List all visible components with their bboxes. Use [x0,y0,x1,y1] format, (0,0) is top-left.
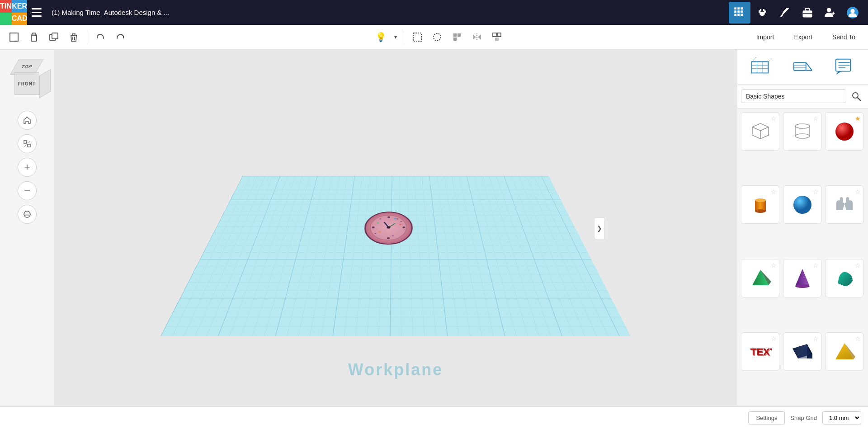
star-teal[interactable]: ☆ [855,262,861,269]
star-orange-cylinder[interactable]: ☆ [771,188,777,195]
toolbar: 💡 ▾ Import Export Send To [0,25,868,50]
viewport[interactable]: Workplane ❯ [54,50,737,406]
svg-line-70 [806,62,811,70]
shape-item-prism[interactable]: ☆ [783,332,821,371]
settings-button[interactable]: Settings [748,411,785,424]
svg-line-38 [24,141,30,147]
shape-item-hands[interactable]: ☆ [825,185,863,224]
shape-item-teal[interactable]: ☆ [825,259,863,297]
import-button[interactable]: Import [748,30,783,44]
briefcase-icon[interactable] [797,2,818,24]
svg-rect-21 [10,33,18,41]
plus-icon: + [24,162,30,172]
shape-item-green-pyramid[interactable]: ☆ [741,259,779,297]
pickaxe-icon[interactable] [774,2,796,24]
cube-top-label: TOP [20,64,34,69]
top-right-icons [729,2,868,24]
light-button[interactable]: 💡 [371,28,390,47]
svg-rect-0 [734,7,736,9]
align-button[interactable] [448,28,467,47]
export-button[interactable]: Export [786,30,820,44]
svg-point-89 [755,209,766,213]
svg-point-27 [434,33,441,41]
svg-text:TEXT: TEXT [751,347,772,358]
main-area: TOP FRONT + − [0,50,868,406]
new-shape-button[interactable] [5,28,24,47]
svg-rect-35 [495,38,499,41]
cube-side-face[interactable] [39,69,51,98]
star-blue-sphere[interactable]: ☆ [813,188,819,195]
bottom-bar: Settings Snap Grid 0.1 mm 0.5 mm 1.0 mm … [0,406,868,429]
svg-rect-67 [793,62,806,70]
grid-sidebar-button[interactable] [746,53,778,80]
svg-marker-32 [478,34,481,40]
home-nav-button[interactable] [18,111,37,130]
panel-toggle-button[interactable]: ❯ [594,217,605,239]
fit-nav-button[interactable] [18,134,37,153]
mirror-button[interactable] [467,28,486,47]
svg-point-51 [374,232,376,234]
svg-rect-28 [453,33,457,37]
svg-point-47 [402,226,405,228]
star-sphere[interactable]: ★ [855,115,861,122]
note-sidebar-button[interactable] [828,53,860,80]
star-box[interactable]: ☆ [771,115,777,122]
clock-object[interactable] [363,211,414,244]
app-logo[interactable]: TIN KER CAD [0,0,25,25]
zoom-out-button[interactable]: − [18,181,37,200]
shape-item-purple-cone[interactable]: ☆ [783,259,821,297]
star-cylinder[interactable]: ☆ [813,115,819,122]
star-green-pyramid[interactable]: ☆ [771,262,777,269]
delete-button[interactable] [64,28,83,47]
svg-point-45 [387,237,390,239]
workplane [160,175,631,336]
shape-item-box[interactable]: ☆ [741,112,779,151]
cube-front-face[interactable]: FRONT [14,72,39,95]
view-cube[interactable]: TOP FRONT [7,59,47,99]
send-to-button[interactable]: Send To [824,30,863,44]
svg-point-55 [399,223,401,225]
group-button[interactable] [487,28,506,47]
svg-rect-2 [741,7,743,9]
grid-view-icon[interactable] [729,2,750,24]
paw-icon[interactable] [751,2,773,24]
svg-point-13 [763,9,765,11]
shapes-search-button[interactable] [848,88,864,104]
redo-button[interactable] [111,28,130,47]
shape-item-text[interactable]: ☆ TEXT TEXT [741,332,779,371]
paste-button[interactable] [24,28,43,47]
svg-line-80 [760,127,769,131]
ortho-nav-button[interactable] [18,205,37,224]
shape-item-sphere[interactable]: ★ [825,112,863,151]
zoom-in-button[interactable]: + [18,158,37,177]
svg-rect-33 [493,33,496,37]
shapes-dropdown[interactable]: Basic Shapes Letters Connectors Symbols … [741,90,846,103]
star-purple-cone[interactable]: ☆ [813,262,819,269]
ruler-sidebar-button[interactable] [787,53,819,80]
svg-point-50 [400,221,402,222]
shape-item-cylinder[interactable]: ☆ [783,112,821,151]
svg-line-78 [858,98,860,100]
hole-button[interactable] [428,28,447,47]
svg-rect-7 [737,14,740,16]
snap-grid-select[interactable]: 0.1 mm 0.5 mm 1.0 mm 2.0 mm 5.0 mm [822,411,861,424]
star-prism[interactable]: ☆ [813,335,819,342]
shape-item-blue-sphere[interactable]: ☆ [783,185,821,224]
profile-icon[interactable] [842,2,863,24]
toolbar-right: Import Export Send To [748,30,863,44]
shape-preview-teal [831,265,858,291]
svg-line-65 [751,57,756,62]
star-hands[interactable]: ☆ [855,188,861,195]
light-dropdown[interactable]: ▾ [391,28,400,47]
add-user-icon[interactable] [819,2,841,24]
undo-button[interactable] [91,28,110,47]
shape-preview-orange-cylinder [747,192,774,218]
shape-item-yellow-pyramid[interactable]: ☆ [825,332,863,371]
star-text[interactable]: ☆ [771,335,777,342]
svg-point-85 [795,134,810,138]
duplicate-button[interactable] [44,28,63,47]
star-yellow-pyramid[interactable]: ☆ [855,335,861,342]
menu-icon[interactable] [32,5,46,20]
shape-item-orange-cylinder[interactable]: ☆ [741,185,779,224]
shape-select-button[interactable] [408,28,427,47]
